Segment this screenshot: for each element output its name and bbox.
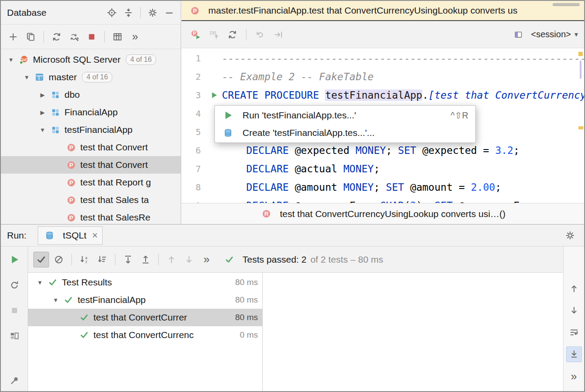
- scroll-up-icon[interactable]: [566, 281, 582, 296]
- previous-failed-test-icon[interactable]: [164, 252, 179, 267]
- editor-toolbar: PDB <session> ▾: [182, 21, 584, 48]
- code-text[interactable]: -- Example 2 -- FakeTable: [222, 71, 584, 82]
- schema-icon: [49, 124, 61, 135]
- test-toolbar-icons: az»: [33, 252, 214, 267]
- sort-alphabetically-icon[interactable]: az: [77, 252, 93, 267]
- scroll-to-end-icon[interactable]: [566, 346, 582, 362]
- database-tree-row[interactable]: ▼testFinancialApp: [1, 121, 181, 139]
- database-tree-row[interactable]: Ptest that SalesRe: [1, 209, 181, 224]
- sort-by-duration-icon[interactable]: [94, 252, 110, 267]
- undo-icon[interactable]: [252, 27, 268, 43]
- show-ignored-icon[interactable]: [51, 252, 67, 267]
- next-failed-test-icon[interactable]: [181, 252, 197, 267]
- code-text[interactable]: ----------------------------------------…: [222, 53, 584, 64]
- svg-text:R: R: [264, 210, 268, 217]
- execute-routine-icon[interactable]: P: [188, 27, 203, 43]
- sync-ddl-icon[interactable]: [66, 29, 82, 45]
- line-number: 3: [182, 90, 206, 100]
- code-text[interactable]: DECLARE @actual MONEY;: [222, 163, 584, 175]
- toolbar-divider: [158, 254, 159, 265]
- more-icon: »: [132, 31, 138, 42]
- database-tree-row[interactable]: ▼Microsoft SQL Server4 of 16: [1, 51, 181, 68]
- settings-gear-icon[interactable]: [145, 5, 161, 21]
- test-tree-row-label: testFinancialApp: [78, 295, 146, 305]
- locate-object-icon[interactable]: [104, 5, 120, 21]
- expand-arrow[interactable]: ▼: [49, 297, 62, 303]
- chevron-down-icon: ▾: [574, 31, 578, 38]
- test-results-tree: ▼Test Results80 ms▼testFinancialApp80 ms…: [28, 273, 263, 391]
- expand-all-icon[interactable]: [120, 252, 136, 267]
- more-icon[interactable]: »: [199, 252, 214, 267]
- collapse-all-icon[interactable]: [138, 252, 153, 267]
- check-icon: [62, 294, 75, 306]
- scroll-down-icon[interactable]: [566, 303, 582, 318]
- pin-tab-icon[interactable]: [7, 373, 22, 388]
- rerun-icon[interactable]: [7, 277, 22, 293]
- svg-text:P: P: [69, 144, 73, 151]
- expand-arrow[interactable]: ▶: [36, 92, 49, 98]
- expand-arrow[interactable]: ▼: [33, 279, 46, 286]
- show-passed-icon[interactable]: [33, 252, 49, 267]
- run-left-toolbar: [1, 246, 28, 391]
- open-data-editor-icon[interactable]: [110, 29, 125, 45]
- procP-icon: P: [65, 142, 77, 153]
- settings-gear-icon[interactable]: [562, 228, 578, 243]
- close-icon[interactable]: ×: [92, 231, 98, 240]
- database-tree-row[interactable]: ▼master4 of 16: [1, 68, 181, 86]
- test-tree-row[interactable]: ▼testFinancialApp80 ms: [28, 291, 262, 309]
- menu-item-create[interactable]: Create 'testFinancialApp.tes...'...: [215, 124, 475, 142]
- more-icon[interactable]: »: [566, 368, 582, 384]
- routine-icon: R: [260, 208, 272, 220]
- test-tree-row[interactable]: test that ConvertCurrenc0 ms: [28, 326, 262, 344]
- expand-arrow[interactable]: ▶: [36, 109, 49, 116]
- database-header-icons: [104, 5, 177, 21]
- tab-tsqlt[interactable]: tSQLt ×: [38, 226, 103, 245]
- line-number: 8: [182, 182, 206, 192]
- refresh-icon[interactable]: [49, 29, 64, 45]
- jump-to-console-icon[interactable]: [271, 27, 286, 43]
- disconnect-icon[interactable]: [84, 29, 100, 45]
- run-tool-window-body: az» Tests passed: 2 of 2 tests – 80 ms ▼…: [1, 246, 584, 391]
- collapse-tree-icon[interactable]: [121, 5, 136, 21]
- code-line: 8 DECLARE @amount MONEY; SET @amount = 2…: [182, 178, 584, 196]
- run-line-marker[interactable]: [206, 91, 222, 100]
- error-stripe: [578, 48, 584, 203]
- code-text[interactable]: DECLARE @currencyFrom CHAR(3); SET @curr…: [222, 200, 584, 203]
- test-tree-row[interactable]: test that ConvertCurrer80 ms: [28, 309, 262, 326]
- code-text[interactable]: DECLARE @expected MONEY; SET @expected =…: [222, 145, 584, 156]
- run-configuration-bar[interactable]: P master.testFinancialApp.test that Conv…: [182, 1, 584, 21]
- database-tree-row-label: test that Sales ta: [80, 195, 149, 205]
- database-tree-row[interactable]: Ptest that Convert: [1, 139, 181, 156]
- procP-icon: P: [65, 159, 77, 171]
- database-tree-row[interactable]: Ptest that Convert: [1, 156, 181, 174]
- new-item-icon[interactable]: [5, 29, 21, 45]
- procedure-icon: P: [189, 5, 201, 16]
- session-selector[interactable]: <session> ▾: [512, 29, 578, 40]
- expand-arrow[interactable]: ▼: [4, 57, 18, 63]
- stop-icon[interactable]: [7, 303, 22, 318]
- database-panel-header: Database: [1, 1, 181, 25]
- runtri-icon: [222, 110, 234, 121]
- database-tree-row[interactable]: Ptest that Sales ta: [1, 191, 181, 209]
- line-number: 4: [182, 108, 206, 119]
- schema-icon: [49, 89, 61, 100]
- database-tree-row[interactable]: ▶FinancialApp: [1, 103, 181, 121]
- hide-panel-icon[interactable]: [161, 5, 177, 21]
- soft-wrap-icon[interactable]: [566, 324, 582, 340]
- database-tree-row[interactable]: ▶dbo: [1, 86, 181, 103]
- code-text[interactable]: DECLARE @amount MONEY; SET @amount = 2.0…: [222, 182, 584, 193]
- code-text[interactable]: CREATE PROCEDURE testFinancialApp.[test …: [222, 89, 584, 101]
- expand-arrow[interactable]: ▼: [20, 74, 33, 81]
- menu-item-run[interactable]: Run 'testFinancialApp.tes...'^⇧R: [215, 107, 475, 124]
- submit-changes-icon[interactable]: DB: [206, 27, 222, 43]
- test-tree-row[interactable]: ▼Test Results80 ms: [28, 274, 262, 291]
- more-icon[interactable]: »: [127, 29, 143, 45]
- dbmaster-icon: [33, 71, 46, 83]
- rerun-tests-icon[interactable]: [7, 252, 22, 267]
- duplicate-icon[interactable]: [23, 29, 39, 45]
- expand-arrow[interactable]: ▼: [36, 127, 49, 133]
- database-tree-row[interactable]: Ptest that Report g: [1, 174, 181, 191]
- refresh-icon[interactable]: [225, 27, 240, 43]
- horizontal-scrollbar[interactable]: [553, 3, 580, 6]
- restore-layout-icon[interactable]: [7, 328, 22, 344]
